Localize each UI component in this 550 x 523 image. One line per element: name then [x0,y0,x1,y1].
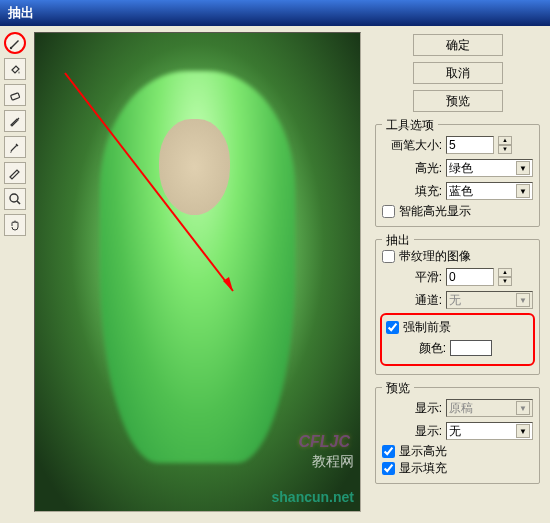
eyedropper-tool[interactable] [4,110,26,132]
annotation-arrow [63,71,263,321]
smooth-label: 平滑: [382,269,442,286]
fill-label: 填充: [382,183,442,200]
color-swatch[interactable] [450,340,492,356]
force-foreground-checkbox[interactable]: 强制前景 [386,319,529,336]
channel-label: 通道: [382,292,442,309]
highlight-select[interactable]: 绿色▼ [446,159,533,177]
preview-group: 预览 显示: 原稿▼ 显示: 无▼ 显示高光 显示填充 [375,387,540,484]
chevron-down-icon: ▼ [516,401,530,415]
hand-tool[interactable] [4,214,26,236]
main-area: CFLJC 教程网 shancun.net 确定 取消 预览 工具选项 画笔大小… [0,26,550,519]
svg-line-3 [17,201,20,204]
brush-size-label: 画笔大小: [382,137,442,154]
zoom-tool[interactable] [4,188,26,210]
tool-options-group: 工具选项 画笔大小: ▲▼ 高光: 绿色▼ 填充: 蓝色▼ 智能高光显示 [375,124,540,227]
smooth-input[interactable] [446,268,494,286]
show-select[interactable]: 原稿▼ [446,399,533,417]
display-select[interactable]: 无▼ [446,422,533,440]
preview-button[interactable]: 预览 [413,90,503,112]
chevron-down-icon: ▼ [516,424,530,438]
chevron-down-icon: ▼ [516,161,530,175]
show-fill-checkbox[interactable]: 显示填充 [382,460,533,477]
svg-line-4 [65,73,233,291]
ok-button[interactable]: 确定 [413,34,503,56]
preview-title: 预览 [382,380,414,397]
textured-checkbox[interactable]: 带纹理的图像 [382,248,533,265]
fill-tool[interactable] [4,58,26,80]
cancel-button[interactable]: 取消 [413,62,503,84]
smart-highlight-checkbox[interactable]: 智能高光显示 [382,203,533,220]
highlight-label: 高光: [382,160,442,177]
window-title: 抽出 [8,4,34,22]
fill-select[interactable]: 蓝色▼ [446,182,533,200]
extract-group: 抽出 带纹理的图像 平滑: ▲▼ 通道: 无▼ 强制前景 颜色: [375,239,540,375]
image-canvas[interactable]: CFLJC 教程网 shancun.net [34,32,361,512]
show-highlight-checkbox[interactable]: 显示高光 [382,443,533,460]
brush-size-spinner[interactable]: ▲▼ [498,136,512,154]
svg-rect-1 [11,93,20,100]
extract-title: 抽出 [382,232,414,249]
force-foreground-highlight: 强制前景 颜色: [380,313,535,366]
edge-touchup-tool[interactable] [4,162,26,184]
cleanup-tool[interactable] [4,136,26,158]
channel-select[interactable]: 无▼ [446,291,533,309]
svg-point-0 [10,47,12,49]
smooth-spinner[interactable]: ▲▼ [498,268,512,286]
edge-highlighter-tool[interactable] [4,32,26,54]
watermark-url: shancun.net [272,489,354,505]
right-panel: 确定 取消 预览 工具选项 画笔大小: ▲▼ 高光: 绿色▼ 填充: 蓝色▼ 智… [365,26,550,519]
color-label: 颜色: [386,340,446,357]
brush-size-input[interactable] [446,136,494,154]
chevron-down-icon: ▼ [516,184,530,198]
chevron-down-icon: ▼ [516,293,530,307]
show-label: 显示: [382,400,442,417]
watermark-logo: CFLJC [298,433,350,451]
tool-options-title: 工具选项 [382,117,438,134]
watermark-text: 教程网 [312,453,354,471]
canvas-area: CFLJC 教程网 shancun.net [30,26,365,519]
toolbar [0,26,30,519]
svg-point-2 [10,194,18,202]
eraser-tool[interactable] [4,84,26,106]
display-label: 显示: [382,423,442,440]
title-bar: 抽出 [0,0,550,26]
